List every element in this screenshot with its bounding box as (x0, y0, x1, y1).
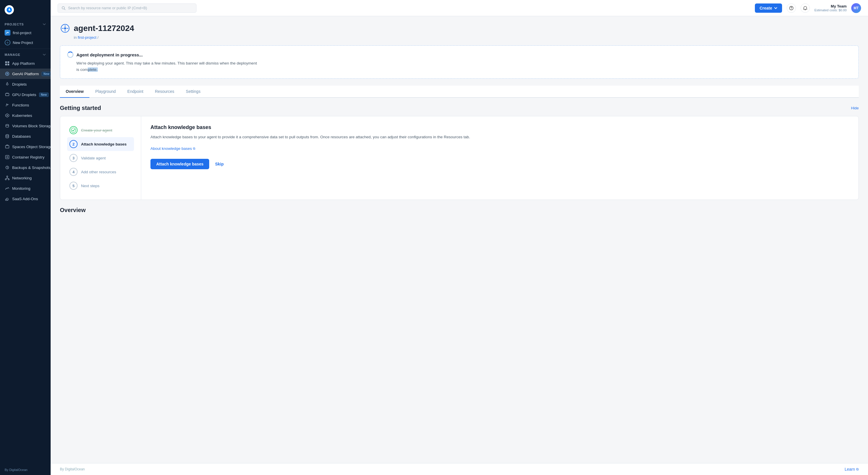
sidebar-item-gpu-droplets[interactable]: GPU Droplets New (0, 89, 51, 100)
sidebar-item-app-platform[interactable]: App Platform (0, 58, 51, 69)
volumes-icon (5, 123, 10, 128)
step-item-2[interactable]: 2 Attach knowledge bases (67, 137, 134, 151)
help-button[interactable] (787, 3, 796, 13)
sidebar-item-label: Spaces Object Storage (12, 145, 51, 149)
saas-icon (5, 196, 10, 201)
external-link-icon-learn: ⧉ (856, 467, 859, 471)
svg-point-15 (6, 134, 9, 136)
breadcrumb: in first-project / (74, 35, 859, 40)
sidebar-item-backups[interactable]: Backups & Snapshots (0, 162, 51, 173)
svg-rect-5 (5, 64, 7, 65)
step-detail-title: Attach knowledge bases (151, 124, 849, 130)
skip-button[interactable]: Skip (213, 159, 226, 169)
notifications-button[interactable] (801, 3, 810, 13)
new-project-button[interactable]: + New Project (0, 38, 51, 48)
droplets-icon (5, 82, 10, 87)
sidebar-item-saas[interactable]: SaaS Add-Ons (0, 193, 51, 204)
logo-icon[interactable] (5, 5, 14, 14)
main-content: Create My Team Estimated costs: $0.00 MT (51, 0, 868, 475)
by-digitalocean: By DigitalOcean (5, 468, 28, 472)
sidebar-item-volumes[interactable]: Volumes Block Storage (0, 121, 51, 131)
help-icon (789, 6, 794, 10)
spinner-icon (67, 52, 73, 58)
kubernetes-icon (5, 113, 10, 118)
attach-knowledge-bases-button[interactable]: Attach knowledge bases (151, 159, 209, 169)
bottombar: By DigitalOcean Learn ⧉ (51, 463, 868, 475)
project-icon (5, 30, 10, 36)
topbar: Create My Team Estimated costs: $0.00 MT (51, 0, 868, 16)
deploy-text-2: is com (76, 67, 88, 72)
sidebar-item-first-project[interactable]: first-project (0, 28, 51, 38)
sidebar-item-label: Kubernetes (12, 114, 32, 118)
svg-rect-6 (7, 64, 9, 65)
tab-settings[interactable]: Settings (180, 86, 206, 98)
overview-section: Overview (60, 207, 859, 214)
external-link-icon: ⧉ (193, 147, 195, 151)
sidebar-item-droplets[interactable]: Droplets (0, 79, 51, 89)
sidebar-item-kubernetes[interactable]: Kubernetes (0, 110, 51, 121)
functions-icon (5, 102, 10, 107)
sidebar-item-genai-platform[interactable]: GenAI Platform New (0, 69, 51, 79)
step-item-1[interactable]: Create your agent (67, 123, 134, 137)
genai-icon (5, 71, 10, 76)
sidebar-item-label: Container Registry (12, 155, 44, 159)
deploy-text-highlight: plete. (88, 67, 98, 72)
projects-section-header: PROJECTS (0, 20, 51, 28)
svg-rect-3 (5, 61, 7, 63)
learn-link[interactable]: Learn ⧉ (844, 467, 859, 472)
new-project-label: New Project (13, 40, 33, 45)
sidebar-item-label: GenAI Platform (12, 72, 39, 76)
step-item-4[interactable]: 4 Add other resources (67, 165, 134, 179)
sidebar-item-label: Backups & Snapshots (12, 165, 50, 170)
search-input[interactable] (68, 6, 193, 10)
step-detail-text: Attach knowledge bases to your agent to … (151, 134, 849, 140)
svg-point-14 (6, 124, 9, 126)
svg-point-28 (64, 28, 66, 29)
gpu-icon (5, 92, 10, 97)
sidebar-item-networking[interactable]: Networking (0, 173, 51, 183)
sidebar-bottom: By DigitalOcean (0, 465, 51, 475)
project-name: first-project (13, 31, 31, 35)
sidebar-logo (0, 0, 51, 20)
step-item-3[interactable]: 3 Validate agent (67, 151, 134, 165)
monitoring-icon (5, 186, 10, 191)
step-item-5[interactable]: 5 Next steps (67, 179, 134, 193)
step-label-5: Next steps (81, 184, 99, 188)
by-do-label: By DigitalOcean (60, 467, 85, 471)
sidebar-item-databases[interactable]: Databases (0, 131, 51, 141)
team-info: My Team Estimated costs: $0.00 (814, 4, 846, 12)
sidebar-item-monitoring[interactable]: Monitoring (0, 183, 51, 193)
tab-endpoint[interactable]: Endpoint (122, 86, 149, 98)
sidebar-item-label: Functions (12, 103, 29, 107)
about-knowledge-bases-link[interactable]: About knowledge bases ⧉ (151, 147, 195, 151)
agent-icon (60, 23, 70, 34)
page-header: agent-11272024 (60, 23, 859, 34)
avatar[interactable]: MT (851, 3, 861, 13)
search-wrapper[interactable] (58, 3, 196, 13)
search-icon (61, 6, 66, 10)
team-cost: Estimated costs: $0.00 (814, 8, 846, 12)
sidebar-item-label: GPU Droplets (12, 93, 36, 97)
breadcrumb-project-link[interactable]: first-project (78, 35, 96, 40)
page-content: agent-11272024 in first-project / Agent … (51, 16, 868, 463)
sidebar-item-spaces[interactable]: Spaces Object Storage (0, 141, 51, 152)
spaces-icon (5, 144, 10, 149)
hide-link[interactable]: Hide (851, 106, 859, 110)
svg-rect-21 (5, 199, 7, 200)
sidebar-item-label: Monitoring (12, 186, 30, 191)
create-button[interactable]: Create (755, 3, 782, 13)
step-actions: Attach knowledge bases Skip (151, 159, 849, 169)
plus-icon: + (5, 40, 10, 45)
svg-point-25 (791, 9, 792, 9)
tab-overview[interactable]: Overview (60, 86, 89, 98)
new-badge: New (42, 72, 51, 76)
sidebar-item-label: App Platform (12, 61, 35, 66)
tab-playground[interactable]: Playground (89, 86, 122, 98)
tab-resources[interactable]: Resources (149, 86, 180, 98)
new-badge-gpu: New (39, 93, 49, 97)
step-label-4: Add other resources (81, 170, 116, 174)
page-title: agent-11272024 (74, 24, 134, 33)
sidebar-item-container-registry[interactable]: Container Registry (0, 152, 51, 162)
sidebar-item-functions[interactable]: Functions (0, 100, 51, 110)
sidebar: PROJECTS first-project + New Project MAN… (0, 0, 51, 475)
